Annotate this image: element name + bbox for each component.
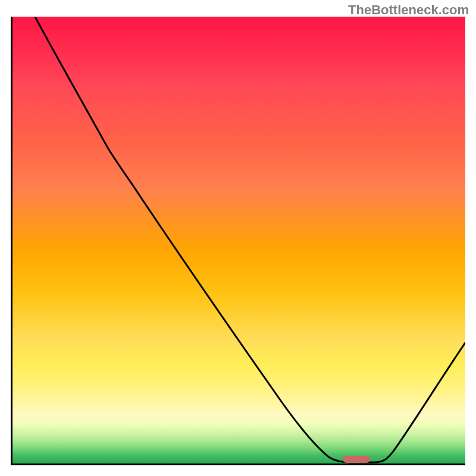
gradient-background	[12, 17, 465, 464]
plot-area	[11, 17, 465, 465]
optimal-marker	[343, 456, 370, 463]
attribution-text: TheBottleneck.com	[348, 2, 469, 18]
